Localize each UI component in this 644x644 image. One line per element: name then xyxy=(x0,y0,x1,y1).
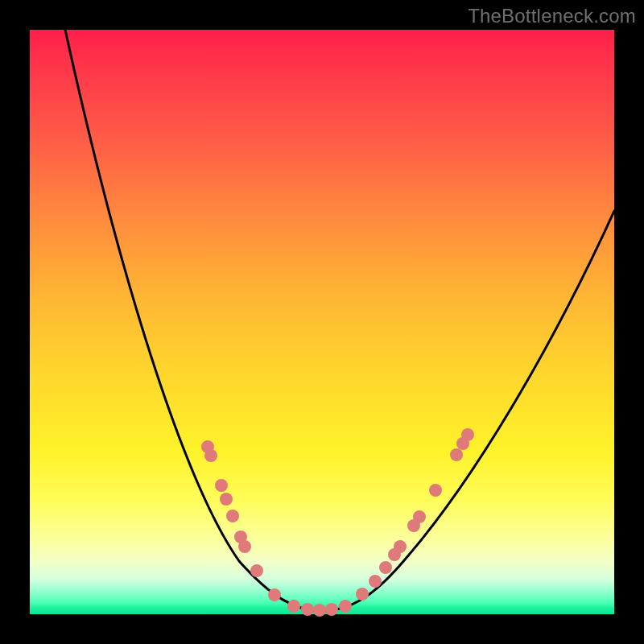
bottleneck-curve xyxy=(65,30,614,611)
data-point xyxy=(461,428,474,441)
data-point xyxy=(220,493,233,506)
data-point xyxy=(339,600,352,613)
chart-plot-area xyxy=(30,30,614,614)
data-point xyxy=(379,561,392,574)
data-point xyxy=(450,448,463,461)
marker-layer xyxy=(201,428,474,617)
curve-layer xyxy=(65,30,614,611)
watermark-text: TheBottleneck.com xyxy=(468,5,636,27)
data-point xyxy=(325,603,338,616)
data-point xyxy=(429,484,442,497)
chart-frame: TheBottleneck.com xyxy=(0,0,644,644)
data-point xyxy=(313,604,326,617)
data-point xyxy=(301,603,314,616)
data-point xyxy=(215,479,228,492)
chart-svg xyxy=(30,30,614,614)
data-point xyxy=(287,600,300,613)
data-point xyxy=(226,510,239,522)
data-point xyxy=(356,588,369,601)
data-point xyxy=(268,588,281,601)
data-point xyxy=(204,449,217,462)
data-point xyxy=(394,540,407,553)
data-point xyxy=(369,575,382,588)
data-point xyxy=(238,540,251,553)
data-point xyxy=(250,564,263,577)
data-point xyxy=(413,510,426,523)
